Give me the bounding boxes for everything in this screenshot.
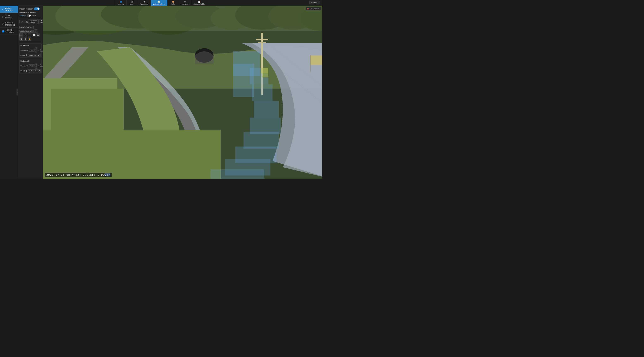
identity-tab-icon: 👤 (120, 1, 122, 3)
motion-off-title: Motion off (20, 60, 40, 62)
svg-rect-20 (252, 85, 272, 101)
drawing-toolbar: ✏ ◻ ✂ ⬜ ▦ ▣ 🗑 ⚡ (20, 34, 42, 41)
motion-off-blocks: 38 blocks (40, 64, 43, 68)
custom-fields-tab-icon: 📋 (198, 1, 200, 3)
motion-off-threshold-label: Threshold: (20, 65, 28, 67)
zone-1-label: Motion zone 1 (20, 27, 31, 28)
motion-on-threshold-input[interactable] (29, 49, 34, 52)
archiver-row: Archiver Unit (20, 14, 42, 17)
tab-hardware[interactable]: ⚙ Hardware (179, 0, 191, 6)
svg-rect-26 (210, 169, 264, 179)
advanced-settings-button[interactable]: Advanced settings... (28, 19, 38, 24)
security-monitoring-icon: 🛡 (2, 23, 4, 25)
sensitivity-input[interactable] (20, 20, 25, 23)
hardware-tab-icon: ⚙ (184, 1, 186, 3)
draw-lightning-button[interactable]: ⚡ (28, 37, 32, 41)
zone-tab-1[interactable]: Motion zone 1 ✕ (20, 26, 34, 29)
zone-add-button[interactable]: + (34, 29, 38, 33)
zone-tab-2[interactable]: Motion zone 2 ✕ (20, 30, 34, 33)
svg-rect-33 (310, 55, 310, 72)
svg-rect-16 (258, 42, 266, 43)
test-zone-text: Test zone (310, 8, 318, 10)
motion-off-event-label: Event: (20, 70, 25, 72)
custom-fields-tab-label: Custom fields (193, 3, 205, 5)
people-counting-icon: 👥 (2, 30, 4, 33)
motion-detection-label: Motion detection (20, 8, 33, 10)
video-container: Test zone ▾ 2020-07-25 08:44:24 Bullard … (43, 6, 322, 179)
video-area: Test zone ▾ 2020-07-25 08:44:24 Bullard … (43, 6, 322, 179)
archiver-toggle[interactable] (27, 14, 31, 17)
tab-identity[interactable]: 👤 Identity (115, 0, 126, 6)
motion-on-title: Motion on (20, 44, 40, 46)
svg-rect-27 (261, 68, 268, 73)
motion-on-section: Motion on Threshold: ▲ ▼ % 94 blocks Eve… (20, 43, 42, 58)
test-zone-dot (307, 8, 309, 10)
tab-video-analytics[interactable]: 📊 Video analytics (151, 0, 168, 6)
tab-recording[interactable]: ⏺ Recording (138, 0, 151, 6)
svg-rect-23 (244, 132, 279, 149)
main-content: Motion detection Detection is done on Ar… (18, 6, 322, 179)
draw-fill2-button[interactable]: ▦ (36, 34, 40, 37)
sidebar-item-security-monitoring[interactable]: 🛡 Security monitoring (0, 20, 18, 28)
motion-on-event-row: Event: Motion on (20, 54, 40, 57)
test-zone-chevron-icon: ▾ (318, 8, 320, 10)
motion-on-stepper: ▲ ▼ (35, 47, 38, 53)
recording-tab-label: Recording (140, 3, 148, 5)
motion-on-blocks: 94 blocks (40, 48, 43, 52)
test-zone-label: Test zone ▾ (306, 7, 321, 10)
camera-feed: Test zone ▾ 2020-07-25 08:44:24 Bullard … (43, 6, 322, 179)
left-sidebar: ≋ Motion detection ⊹ Visual tracking 🛡 S… (0, 6, 18, 179)
video-analytics-tab-label: Video analytics (153, 3, 165, 5)
draw-fill-button[interactable]: ⬜ (32, 34, 36, 37)
motion-off-stepper-up[interactable]: ▲ (35, 63, 38, 66)
motion-off-threshold-row: Threshold: ▲ ▼ % 38 blocks (20, 63, 40, 69)
zone-1-close-icon[interactable]: ✕ (31, 27, 33, 28)
sidebar-item-motion-detection-label: Motion detection (5, 7, 16, 12)
svg-rect-10 (43, 6, 322, 31)
motion-off-threshold-input[interactable] (29, 64, 34, 67)
zone-2-label: Motion zone 2 (20, 30, 31, 32)
svg-rect-32 (310, 56, 322, 65)
svg-rect-15 (256, 39, 268, 40)
draw-rect-button[interactable]: ◻ (24, 34, 27, 37)
identity-tab-label: Identity (118, 3, 124, 5)
motion-off-stepper-down[interactable]: ▼ (35, 66, 38, 69)
video-tab-label: Video (130, 3, 134, 5)
nav-tabs: 👤 Identity 🎬 Video ⏺ Recording 📊 Video a… (115, 0, 207, 6)
auto-calibrate-button[interactable]: Auto calibrate (38, 19, 43, 24)
always-button[interactable]: Always ▾ (309, 1, 320, 4)
motion-detection-toggle[interactable] (34, 8, 40, 10)
draw-fill3-button[interactable]: ▣ (20, 37, 23, 41)
motion-off-stepper: ▲ ▼ (35, 63, 38, 69)
draw-pencil-button[interactable]: ✏ (20, 34, 23, 37)
motion-on-stepper-up[interactable]: ▲ (35, 47, 38, 50)
settings-panel: Motion detection Detection is done on Ar… (18, 6, 43, 179)
sidebar-item-motion-detection[interactable]: ≋ Motion detection (0, 6, 18, 13)
color-tab-label: Color (171, 3, 176, 5)
draw-cut-button[interactable]: ✂ (28, 34, 32, 37)
sidebar-item-people-counting[interactable]: 👥 People counting (0, 28, 18, 35)
always-chevron-icon: ▾ (318, 2, 318, 4)
zone-2-close-icon[interactable]: ✕ (31, 30, 33, 32)
hardware-tab-label: Hardware (181, 3, 189, 5)
motion-off-event-row: Event: Motion off (20, 69, 40, 73)
sensitivity-percent: % (26, 21, 28, 23)
tab-custom-fields[interactable]: 📋 Custom fields (191, 0, 207, 6)
sidebar-item-people-counting-label: People counting (6, 29, 16, 33)
tab-video[interactable]: 🎬 Video (126, 0, 138, 6)
top-nav-bar: 👤 Identity 🎬 Video ⏺ Recording 📊 Video a… (0, 0, 322, 6)
tab-color[interactable]: 🎨 Color (168, 0, 179, 6)
motion-on-event-indicator (26, 55, 27, 56)
draw-delete-button[interactable]: 🗑 (24, 37, 27, 41)
archiver-label: Archiver (20, 15, 26, 17)
motion-on-stepper-down[interactable]: ▼ (35, 50, 38, 53)
motion-on-event-select[interactable]: Motion on (28, 54, 40, 57)
motion-off-event-select[interactable]: Motion off (28, 69, 40, 73)
svg-rect-13 (43, 130, 221, 179)
motion-detection-icon: ≋ (2, 8, 4, 11)
video-analytics-tab-icon: 📊 (158, 1, 160, 3)
motion-on-percent: % (38, 49, 39, 51)
detection-done-on-label: Detection is done on (20, 11, 36, 14)
recording-tab-icon: ⏺ (143, 1, 145, 3)
sidebar-item-visual-tracking[interactable]: ⊹ Visual tracking (0, 13, 18, 20)
